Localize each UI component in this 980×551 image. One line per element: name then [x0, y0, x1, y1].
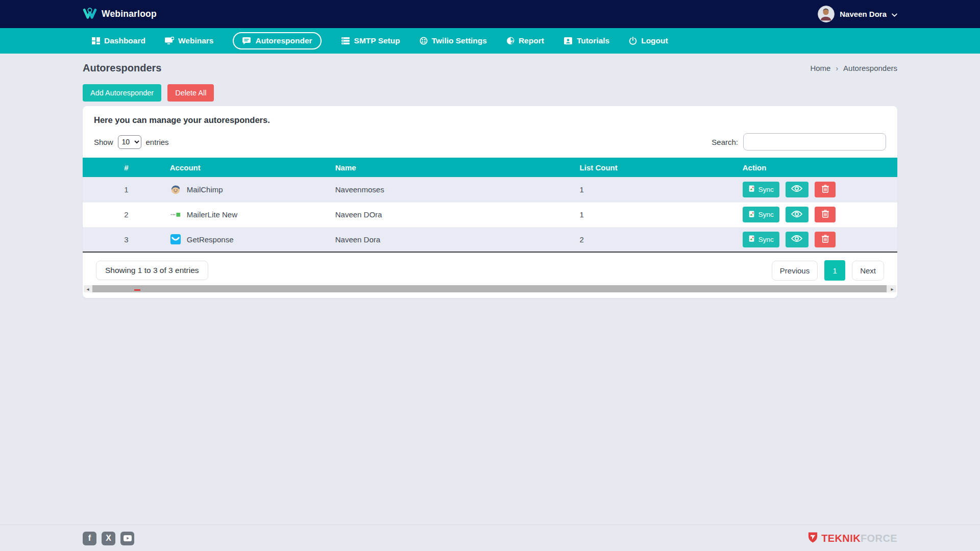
main-nav: Dashboard Webinars Autoresponder SMTP Se… — [0, 28, 980, 54]
footer: f X TEKNIKFORCE — [0, 524, 980, 551]
search-control: Search: — [712, 133, 886, 151]
getresponse-icon — [170, 234, 181, 245]
scroll-left-arrow-icon[interactable]: ◂ — [84, 285, 92, 292]
trash-icon — [822, 185, 829, 194]
show-label: Show — [94, 138, 113, 146]
nav-label: Twilio Settings — [432, 36, 487, 45]
sync-label: Sync — [758, 186, 774, 193]
column-header-list-count[interactable]: List Count — [580, 158, 743, 177]
sync-icon — [748, 210, 755, 219]
page-title: Autoresponders — [83, 62, 161, 74]
list-count: 1 — [580, 177, 743, 202]
nav-label: Logout — [641, 36, 668, 45]
sync-icon — [748, 235, 755, 244]
view-button[interactable] — [786, 182, 808, 197]
tutorials-icon — [564, 37, 573, 45]
horizontal-scrollbar[interactable]: ◂ ▸ — [84, 285, 896, 292]
autoresponder-name: Naveen DOra — [335, 202, 580, 227]
facebook-icon[interactable]: f — [83, 532, 96, 545]
column-header-name[interactable]: Name — [335, 158, 580, 177]
nav-item-webinars[interactable]: Webinars — [165, 36, 214, 45]
main-content: Autoresponders Home › Autoresponders Add… — [0, 54, 980, 524]
scrollbar-thumb[interactable] — [92, 285, 887, 292]
autoresponders-table: # Account Name List Count Action 1 — [83, 158, 897, 253]
breadcrumb: Home › Autoresponders — [810, 64, 897, 72]
view-button[interactable] — [786, 207, 808, 222]
nav-item-report[interactable]: Report — [506, 36, 544, 45]
eye-icon — [791, 185, 802, 194]
nav-item-logout[interactable]: Logout — [629, 36, 668, 45]
page-1-button[interactable]: 1 — [824, 260, 845, 281]
sync-button[interactable]: Sync — [743, 182, 779, 197]
view-button[interactable] — [786, 232, 808, 247]
page-length-select[interactable]: 10 — [118, 135, 141, 149]
previous-page-button[interactable]: Previous — [772, 261, 818, 281]
nav-label: Dashboard — [104, 36, 145, 45]
nav-item-tutorials[interactable]: Tutorials — [564, 36, 609, 45]
card-intro-text: Here you can manage your autoresponders. — [94, 115, 886, 125]
youtube-icon[interactable] — [120, 532, 134, 545]
search-label: Search: — [712, 138, 738, 146]
sync-label: Sync — [758, 211, 774, 218]
trash-icon — [822, 210, 829, 219]
autoresponder-icon — [242, 37, 251, 45]
smtp-icon — [341, 37, 350, 45]
sync-button[interactable]: Sync — [743, 232, 779, 247]
nav-item-twilio-settings[interactable]: Twilio Settings — [420, 36, 487, 45]
breadcrumb-current: Autoresponders — [843, 64, 897, 72]
brand-name: Webinarloop — [102, 9, 157, 19]
mailerlite-icon — [170, 209, 181, 220]
teknikforce-shield-icon — [807, 532, 818, 545]
user-menu[interactable]: Naveen Dora — [818, 6, 897, 22]
breadcrumb-home[interactable]: Home — [810, 64, 830, 72]
sync-icon — [748, 185, 755, 194]
nav-label: Autoresponder — [255, 36, 312, 45]
add-autoresponder-button[interactable]: Add Autoresponder — [83, 84, 161, 102]
column-header-number[interactable]: # — [83, 158, 170, 177]
table-row: 1 MailChimp Naveenmoses 1 — [83, 177, 897, 202]
red-marker — [134, 289, 140, 291]
delete-all-button[interactable]: Delete All — [167, 84, 214, 102]
next-page-button[interactable]: Next — [852, 261, 884, 281]
column-header-action[interactable]: Action — [743, 158, 897, 177]
row-number: 1 — [83, 177, 170, 202]
table-header-row: # Account Name List Count Action — [83, 158, 897, 177]
nav-label: Webinars — [178, 36, 214, 45]
trash-icon — [822, 235, 829, 244]
teknikforce-logo[interactable]: TEKNIKFORCE — [807, 532, 897, 545]
teknik-text: TEKNIK — [821, 533, 861, 544]
entries-label: entries — [146, 138, 169, 146]
x-twitter-icon[interactable]: X — [102, 532, 115, 545]
sync-button[interactable]: Sync — [743, 207, 779, 222]
column-header-account[interactable]: Account — [170, 158, 335, 177]
brand-logo[interactable]: Webinarloop — [83, 7, 157, 22]
list-count: 2 — [580, 227, 743, 252]
delete-button[interactable] — [815, 232, 836, 247]
entries-summary: Showing 1 to 3 of 3 entries — [96, 261, 208, 280]
nav-item-smtp-setup[interactable]: SMTP Setup — [341, 36, 400, 45]
social-links: f X — [83, 532, 134, 545]
avatar — [818, 6, 835, 22]
account-name: MailerLite New — [187, 210, 237, 219]
breadcrumb-separator-icon: › — [836, 64, 838, 72]
page-length-control: Show 10 entries — [94, 135, 169, 149]
nav-item-autoresponder[interactable]: Autoresponder — [233, 32, 321, 49]
eye-icon — [791, 235, 802, 244]
nav-item-dashboard[interactable]: Dashboard — [92, 36, 145, 45]
delete-button[interactable] — [815, 182, 836, 197]
scroll-right-arrow-icon[interactable]: ▸ — [888, 285, 896, 292]
table-row: 2 MailerLite New Naveen DOra 1 — [83, 202, 897, 227]
webinars-icon — [165, 37, 174, 45]
table-row: 3 GetResponse Naveen Dora 2 — [83, 227, 897, 252]
force-text: FORCE — [861, 533, 897, 544]
delete-button[interactable] — [815, 207, 836, 222]
nav-label: Tutorials — [577, 36, 609, 45]
report-icon — [506, 37, 514, 45]
dashboard-icon — [92, 37, 100, 45]
eye-icon — [791, 210, 802, 219]
twilio-icon — [420, 37, 428, 45]
autoresponders-card: Here you can manage your autoresponders.… — [83, 106, 897, 298]
row-number: 2 — [83, 202, 170, 227]
autoresponder-name: Naveen Dora — [335, 227, 580, 252]
search-input[interactable] — [743, 133, 886, 151]
